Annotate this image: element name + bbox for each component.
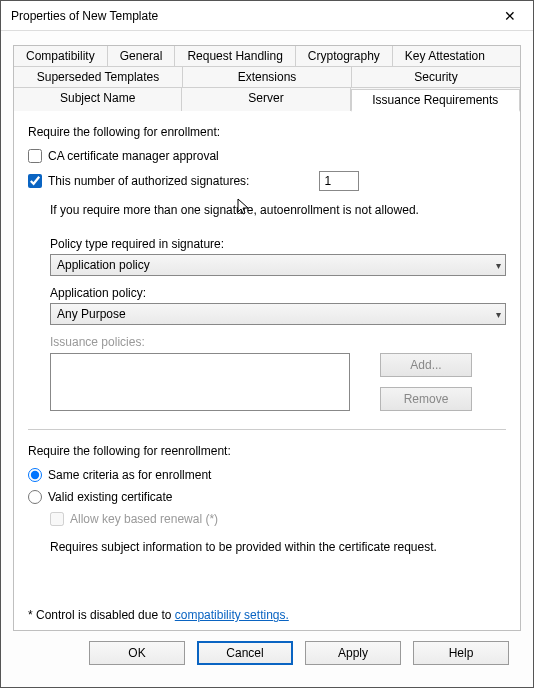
enrollment-section-label: Require the following for enrollment:: [28, 125, 506, 139]
valid-cert-label: Valid existing certificate: [48, 490, 173, 504]
client-area: Compatibility General Request Handling C…: [1, 31, 533, 687]
reenrollment-section-label: Require the following for reenrollment:: [28, 444, 506, 458]
divider: [28, 429, 506, 430]
valid-cert-row[interactable]: Valid existing certificate: [28, 490, 506, 504]
application-policy-combo[interactable]: Any Purpose ▾: [50, 303, 506, 325]
application-policy-label: Application policy:: [50, 286, 506, 300]
ca-approval-row[interactable]: CA certificate manager approval: [28, 149, 506, 163]
tab-key-attestation[interactable]: Key Attestation: [393, 46, 497, 66]
footnote: * Control is disabled due to compatibili…: [28, 588, 506, 622]
valid-cert-radio[interactable]: [28, 490, 42, 504]
auth-signatures-row: This number of authorized signatures:: [28, 171, 506, 191]
chevron-down-icon: ▾: [496, 260, 501, 271]
tab-extensions[interactable]: Extensions: [183, 67, 352, 87]
window-title: Properties of New Template: [11, 9, 495, 23]
tab-subject-name[interactable]: Subject Name: [14, 88, 182, 111]
reenroll-note: Requires subject information to be provi…: [50, 540, 506, 554]
dialog-window: Properties of New Template ✕ Compatibili…: [0, 0, 534, 688]
close-icon: ✕: [504, 8, 516, 24]
chevron-down-icon: ▾: [496, 309, 501, 320]
same-criteria-row[interactable]: Same criteria as for enrollment: [28, 468, 506, 482]
apply-button[interactable]: Apply: [305, 641, 401, 665]
tab-compatibility[interactable]: Compatibility: [14, 46, 108, 66]
tab-superseded-templates[interactable]: Superseded Templates: [14, 67, 183, 87]
tab-control: Compatibility General Request Handling C…: [13, 45, 521, 631]
policy-type-value: Application policy: [57, 258, 150, 272]
allow-key-renewal-checkbox: [50, 512, 64, 526]
allow-key-renewal-label: Allow key based renewal (*): [70, 512, 218, 526]
same-criteria-radio[interactable]: [28, 468, 42, 482]
tab-server[interactable]: Server: [182, 88, 350, 111]
close-button[interactable]: ✕: [495, 2, 525, 30]
tab-cryptography[interactable]: Cryptography: [296, 46, 393, 66]
ca-approval-label: CA certificate manager approval: [48, 149, 219, 163]
tab-row-3: Subject Name Server Issuance Requirement…: [14, 88, 520, 111]
signature-policy-block: Policy type required in signature: Appli…: [50, 231, 506, 411]
dialog-button-bar: OK Cancel Apply Help: [13, 631, 521, 677]
tab-request-handling[interactable]: Request Handling: [175, 46, 295, 66]
tab-row-2: Superseded Templates Extensions Security: [14, 67, 520, 88]
issuance-policies-listbox: [50, 353, 350, 411]
tab-panel-issuance-requirements: Require the following for enrollment: CA…: [14, 111, 520, 630]
tab-issuance-requirements[interactable]: Issuance Requirements: [351, 89, 520, 112]
auth-signatures-hint: If you require more than one signature, …: [50, 203, 506, 217]
auth-signatures-label: This number of authorized signatures:: [48, 174, 249, 188]
remove-button: Remove: [380, 387, 472, 411]
auth-signatures-checkbox[interactable]: [28, 174, 42, 188]
footnote-prefix: * Control is disabled due to: [28, 608, 175, 622]
ok-button[interactable]: OK: [89, 641, 185, 665]
tab-security[interactable]: Security: [352, 67, 520, 87]
help-button[interactable]: Help: [413, 641, 509, 665]
add-button: Add...: [380, 353, 472, 377]
tab-row-1: Compatibility General Request Handling C…: [14, 46, 520, 67]
ca-approval-checkbox[interactable]: [28, 149, 42, 163]
compatibility-settings-link[interactable]: compatibility settings.: [175, 608, 289, 622]
titlebar: Properties of New Template ✕: [1, 1, 533, 31]
tab-general[interactable]: General: [108, 46, 176, 66]
policy-type-label: Policy type required in signature:: [50, 237, 506, 251]
issuance-policies-label: Issuance policies:: [50, 335, 506, 349]
issuance-policies-row: Add... Remove: [50, 353, 506, 411]
issuance-policies-buttons: Add... Remove: [380, 353, 472, 411]
auth-signatures-input[interactable]: [319, 171, 359, 191]
cancel-button[interactable]: Cancel: [197, 641, 293, 665]
same-criteria-label: Same criteria as for enrollment: [48, 468, 211, 482]
tab-strip: Compatibility General Request Handling C…: [14, 46, 520, 111]
application-policy-value: Any Purpose: [57, 307, 126, 321]
policy-type-combo[interactable]: Application policy ▾: [50, 254, 506, 276]
allow-key-renewal-row: Allow key based renewal (*): [50, 512, 506, 526]
